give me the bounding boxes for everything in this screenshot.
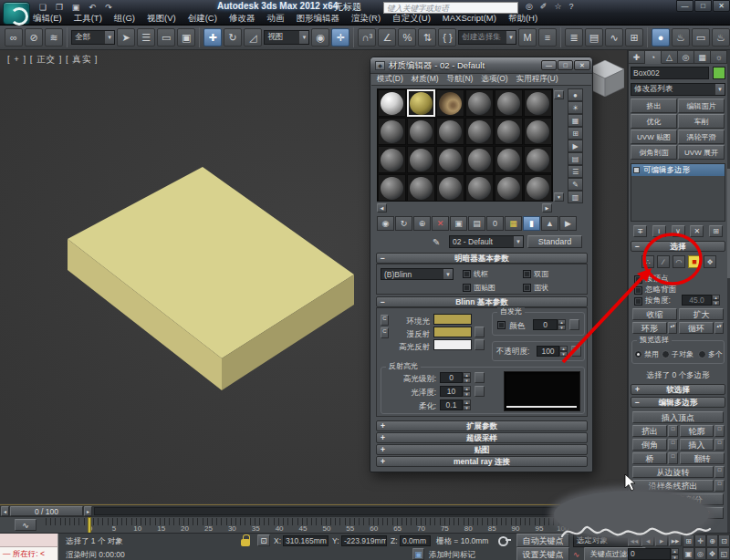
rendered-frame-window-icon[interactable]: ▭ bbox=[692, 28, 710, 47]
flip-button[interactable]: 翻转 bbox=[680, 452, 725, 464]
sample-tool-icon[interactable]: ⊞ bbox=[568, 127, 583, 140]
extrude-button[interactable]: 挤出 bbox=[632, 425, 667, 437]
use-pivot-center-icon[interactable]: ◉ bbox=[311, 28, 329, 47]
rollout-blinn-basic[interactable]: −Blinn 基本参数 bbox=[376, 296, 588, 307]
soften-spinner[interactable]: 0.1▴▾ bbox=[440, 399, 471, 410]
minimize-button[interactable]: — bbox=[676, 0, 694, 12]
preview-disable-radio[interactable] bbox=[634, 350, 642, 358]
shader-checkbox[interactable] bbox=[523, 284, 531, 292]
percent-snap-icon[interactable]: % bbox=[398, 28, 416, 47]
collapsed-rollout[interactable]: +mental ray 连接 bbox=[376, 456, 588, 467]
me-menu-item[interactable]: 材质(M) bbox=[412, 74, 439, 85]
quick-access-icon[interactable]: ↶ bbox=[86, 2, 99, 13]
self-illum-color-checkbox[interactable] bbox=[497, 321, 506, 329]
material-sample-slot[interactable] bbox=[524, 118, 552, 145]
material-sample-slot[interactable] bbox=[407, 118, 435, 145]
set-key-button[interactable]: 设置关键点 bbox=[516, 547, 569, 560]
mirror-icon[interactable]: M bbox=[518, 28, 537, 47]
menu-item[interactable]: 自定义(U) bbox=[392, 13, 431, 25]
inset-settings-button[interactable]: □ bbox=[714, 439, 725, 451]
glossiness-map-button[interactable] bbox=[474, 386, 485, 397]
menu-item[interactable]: 视图(V) bbox=[147, 13, 176, 25]
assign-to-selection-icon[interactable]: ⊕ bbox=[413, 216, 431, 231]
tab-modify-icon[interactable]: ◔ bbox=[645, 50, 662, 64]
by-angle-checkbox[interactable] bbox=[634, 297, 642, 306]
sample-tool-icon[interactable]: ● bbox=[568, 88, 583, 101]
reset-map-icon[interactable]: ✕ bbox=[432, 216, 449, 231]
infocenter-icon[interactable]: ✐ bbox=[540, 2, 548, 11]
stack-tool-icon[interactable]: ∓ bbox=[633, 225, 647, 237]
select-and-scale-icon[interactable]: ◿ bbox=[244, 28, 262, 47]
edge-subobject-icon[interactable]: ∕ bbox=[657, 255, 670, 268]
material-sample-slot[interactable] bbox=[524, 174, 552, 202]
track-bar[interactable]: ∿ 05101520253035404550556065707580859095… bbox=[0, 516, 628, 533]
stack-tool-icon[interactable]: i bbox=[652, 225, 666, 237]
macro-recorder-pane[interactable] bbox=[0, 534, 58, 547]
select-and-link-icon[interactable]: ∞ bbox=[5, 28, 23, 47]
current-frame-field[interactable]: 0▴▾ bbox=[628, 548, 679, 560]
shader-type-dropdown[interactable]: (B)Blinn▼ bbox=[381, 268, 454, 280]
menu-item[interactable]: 动画 bbox=[266, 13, 284, 25]
material-sample-slot[interactable] bbox=[465, 174, 494, 202]
schematic-view-icon[interactable]: ⊞ bbox=[625, 28, 643, 47]
spline-extrude-settings-button[interactable]: □ bbox=[714, 480, 725, 492]
element-subobject-icon[interactable]: ❖ bbox=[704, 255, 716, 268]
select-and-move-icon[interactable]: ✚ bbox=[203, 28, 222, 47]
maxscript-listener-pane[interactable]: — 所在行: < bbox=[0, 547, 58, 560]
self-illum-spinner[interactable]: 0▴▾ bbox=[533, 319, 566, 330]
time-slider[interactable]: ◂ 0 / 100 ▸ bbox=[0, 504, 628, 516]
material-name-dropdown[interactable]: 02 - Default▼ bbox=[449, 235, 524, 248]
diffuse-color-swatch[interactable] bbox=[433, 327, 472, 337]
tab-display-icon[interactable]: ▦ bbox=[694, 50, 711, 64]
selection-filter-dropdown[interactable]: 全部▼ bbox=[71, 30, 115, 45]
add-time-tag[interactable]: 添加时间标记 bbox=[429, 550, 475, 560]
infocenter-icon[interactable]: ? bbox=[568, 2, 573, 11]
material-sample-slot[interactable] bbox=[495, 89, 523, 117]
inset-button[interactable]: 插入 bbox=[680, 439, 714, 451]
rectangular-region-icon[interactable]: ▭ bbox=[157, 28, 175, 47]
material-sample-slot[interactable] bbox=[378, 146, 406, 173]
slots-scroll-left-button[interactable]: ◀ bbox=[377, 203, 387, 213]
angle-snap-icon[interactable]: ∠ bbox=[378, 28, 396, 47]
go-to-parent-icon[interactable]: ▲ bbox=[541, 216, 558, 231]
modifier-shortcut-button[interactable]: 车削 bbox=[678, 114, 725, 129]
modifier-shortcut-button[interactable]: 挤出 bbox=[631, 99, 677, 113]
specular-level-map-button[interactable] bbox=[474, 372, 485, 383]
slots-scroll-up-button[interactable]: ▲ bbox=[554, 90, 564, 99]
x-coordinate-field[interactable]: 310.165mm bbox=[283, 535, 328, 546]
menu-item[interactable]: 组(G) bbox=[114, 13, 135, 25]
me-menu-item[interactable]: 模式(D) bbox=[377, 74, 403, 85]
stack-tool-icon[interactable]: ⊞ bbox=[709, 225, 723, 237]
preview-multi-radio[interactable] bbox=[698, 350, 706, 358]
loop-spinner[interactable]: ▴▾ bbox=[714, 322, 724, 334]
material-type-button[interactable]: Standard bbox=[527, 235, 582, 248]
ambient-diffuse-lock-icon[interactable]: C bbox=[381, 315, 389, 326]
selection-lock-icon[interactable] bbox=[241, 539, 250, 546]
shader-checkbox[interactable] bbox=[523, 270, 531, 278]
shader-checkbox[interactable] bbox=[463, 284, 471, 292]
ring-spinner[interactable]: ▴▾ bbox=[668, 322, 677, 334]
rollout-edit-polygons[interactable]: −编辑多边形 bbox=[631, 397, 725, 408]
z-coordinate-field[interactable]: 0.0mm bbox=[400, 535, 431, 546]
extrude-along-spline-button[interactable]: 沿样条线挤出 bbox=[632, 480, 714, 492]
reference-coordinate-dropdown[interactable]: 视图▼ bbox=[264, 30, 309, 45]
tab-motion-icon[interactable]: ◎ bbox=[678, 50, 694, 64]
material-sample-slot[interactable] bbox=[378, 89, 406, 117]
self-illum-map-button[interactable] bbox=[569, 319, 579, 330]
bridge-button[interactable]: 桥 bbox=[632, 452, 667, 464]
modifier-shortcut-button[interactable]: 涡轮平滑 bbox=[678, 130, 725, 144]
make-unique-icon[interactable]: ▣ bbox=[450, 216, 467, 231]
rollout-shader-basic[interactable]: −明暗器基本参数 bbox=[376, 253, 588, 264]
grow-button[interactable]: 扩大 bbox=[679, 308, 724, 320]
show-map-in-viewport-icon[interactable]: ▦ bbox=[505, 216, 522, 231]
quick-access-icon[interactable]: ↷ bbox=[102, 2, 115, 13]
viewport-nav-icon[interactable]: ⊡ bbox=[718, 534, 730, 547]
border-subobject-icon[interactable]: ◠ bbox=[673, 255, 685, 268]
material-sample-slot[interactable] bbox=[495, 118, 523, 145]
menu-item[interactable]: 工具(T) bbox=[74, 13, 102, 25]
get-material-icon[interactable]: ◉ bbox=[377, 216, 394, 231]
object-name-field[interactable]: Box002 bbox=[631, 67, 709, 79]
eyedropper-icon[interactable]: ✎ bbox=[433, 237, 440, 247]
menu-item[interactable]: 创建(C) bbox=[188, 13, 217, 25]
menu-item[interactable]: 帮助(H) bbox=[508, 13, 537, 25]
